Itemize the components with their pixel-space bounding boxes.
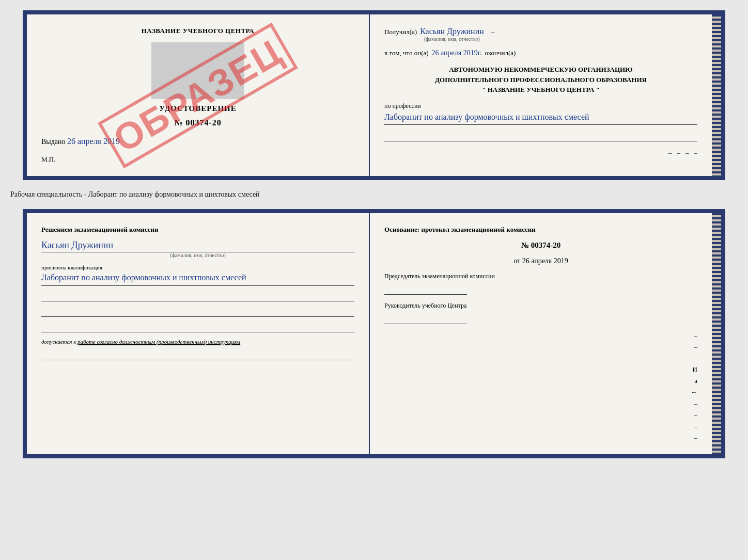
profession-label: по профессии	[384, 102, 697, 110]
blank-line-b2	[41, 308, 354, 317]
org-line2: ДОПОЛНИТЕЛЬНОГО ПРОФЕССИОНАЛЬНОГО ОБРАЗО…	[384, 75, 697, 85]
protocol-number: № 00374-20	[384, 241, 697, 250]
director-sig-line	[384, 315, 467, 324]
completed-date: 26 апреля 2019г.	[432, 49, 482, 57]
chairman-block: Председатель экзаменационной комиссии	[384, 273, 697, 295]
org-block: АВТОНОМНУЮ НЕКОММЕРЧЕСКУЮ ОРГАНИЗАЦИЮ ДО…	[384, 65, 697, 95]
school-name-top: НАЗВАНИЕ УЧЕБНОГО ЦЕНТРА	[142, 27, 255, 35]
issued-label: Выдано	[41, 138, 66, 146]
qualification-label: присвоена квалификация	[41, 264, 354, 270]
completed-label: окончил(а)	[485, 49, 516, 57]
received-row: Получил(а) Касьян Дружинин (фамилия, имя…	[384, 27, 697, 42]
profession-value: Лаборанит по анализу формовочных и шихтп…	[384, 110, 697, 125]
bottom-name-block: Касьян Дружинин (фамилия, имя, отчество)	[41, 240, 354, 258]
binding-strip-bottom	[712, 213, 721, 454]
bottom-name: Касьян Дружинин	[41, 240, 354, 252]
blank-line-1	[384, 132, 697, 141]
in-that-label: в том, что он(а)	[384, 49, 429, 57]
admits-value: работе согласно должностным (производств…	[77, 339, 240, 345]
top-left-panel: НАЗВАНИЕ УЧЕБНОГО ЦЕНТРА УДОСТОВЕРЕНИЕ №…	[27, 14, 369, 176]
chairman-sig-line	[384, 285, 467, 295]
completed-row: в том, что он(а) 26 апреля 2019г. окончи…	[384, 49, 697, 57]
mp-label: М.П.	[41, 155, 55, 164]
bottom-document: Решением экзаменационной комиссии Касьян…	[23, 209, 725, 458]
cert-label: УДОСТОВЕРЕНИЕ	[159, 104, 237, 113]
specialty-label: Рабочая специальность - Лаборант по анал…	[10, 188, 260, 201]
right-dashes: – – – –	[384, 149, 697, 157]
bottom-left-panel: Решением экзаменационной комиссии Касьян…	[27, 213, 369, 454]
cert-number: № 00374-20	[174, 118, 221, 127]
right-heading: Основание: протокол экзаменационной коми…	[384, 226, 697, 234]
blank-line-b4	[41, 351, 354, 360]
org-line3: " НАЗВАНИЕ УЧЕБНОГО ЦЕНТРА "	[384, 85, 697, 95]
protocol-date: от 26 апреля 2019	[384, 257, 697, 265]
bottom-heading: Решением экзаменационной комиссии	[41, 226, 354, 234]
bottom-right-panel: Основание: протокол экзаменационной коми…	[370, 213, 712, 454]
top-right-panel: Получил(а) Касьян Дружинин (фамилия, имя…	[370, 14, 712, 176]
director-label: Руководитель учебного Центра	[384, 302, 697, 310]
received-prefix: Получил(а)	[384, 28, 417, 36]
fio-sublabel-top: (фамилия, имя, отчество)	[424, 36, 480, 42]
bottom-fio-sublabel: (фамилия, имя, отчество)	[41, 252, 354, 258]
cert-image-box	[151, 42, 244, 99]
issued-date: Выдано 26 апреля 2019	[41, 137, 120, 146]
received-name: Касьян Дружинин	[420, 27, 484, 36]
admits-block: допускается к работе согласно должностны…	[41, 339, 354, 345]
org-line1: АВТОНОМНУЮ НЕКОММЕРЧЕСКУЮ ОРГАНИЗАЦИЮ	[384, 65, 697, 75]
blank-line-b3	[41, 323, 354, 332]
qualification-value: Лаборанит по анализу формовочных и шихтп…	[41, 270, 354, 286]
right-side-dashes: – – – И а ← – – – –	[384, 331, 697, 442]
binding-strip-top	[712, 14, 721, 176]
admits-prefix: допускается к	[41, 339, 76, 345]
qualification-block: присвоена квалификация Лаборанит по анал…	[41, 264, 354, 286]
blank-line-b1	[41, 292, 354, 301]
top-document: НАЗВАНИЕ УЧЕБНОГО ЦЕНТРА УДОСТОВЕРЕНИЕ №…	[23, 10, 725, 180]
chairman-label: Председатель экзаменационной комиссии	[384, 273, 697, 280]
director-block: Руководитель учебного Центра	[384, 302, 697, 324]
profession-block: по профессии Лаборанит по анализу формов…	[384, 102, 697, 125]
dash1: –	[491, 28, 495, 36]
issued-date-value: 26 апреля 2019	[67, 137, 120, 146]
